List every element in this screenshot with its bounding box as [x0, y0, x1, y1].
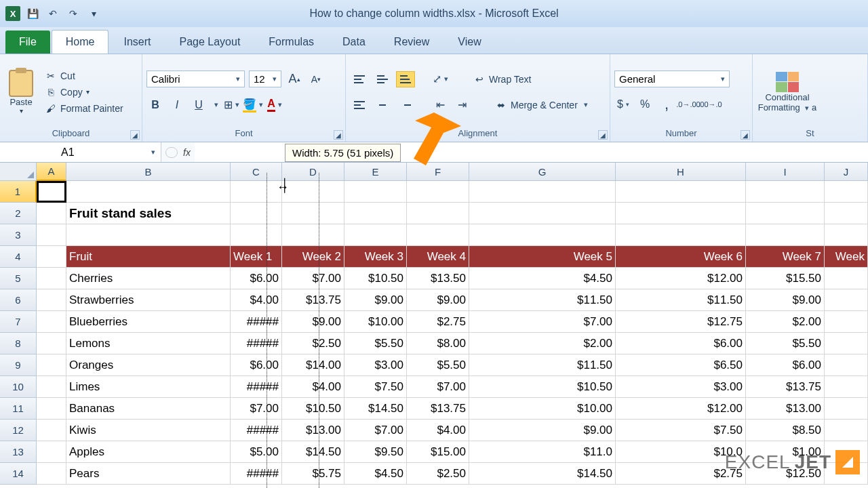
cell-J2[interactable] — [825, 203, 868, 224]
cell-E5[interactable]: $10.50 — [344, 268, 407, 289]
row-header-12[interactable]: 12 — [0, 420, 37, 441]
cell-C10[interactable]: ##### — [231, 376, 282, 398]
cell-F14[interactable]: $2.50 — [407, 463, 469, 485]
column-header-J[interactable]: J — [825, 163, 868, 181]
undo-button[interactable]: ↶ — [45, 5, 61, 22]
cell-G9[interactable]: $11.50 — [469, 354, 616, 376]
row-header-7[interactable]: 7 — [0, 311, 37, 333]
tab-home[interactable]: Home — [52, 30, 109, 54]
format-painter-button[interactable]: 🖌Format Painter — [42, 101, 126, 116]
orientation-button[interactable]: ⤢▾ — [431, 70, 449, 88]
worksheet-grid[interactable]: ABCDEFGHIJ 12Fruit stand sales34FruitWee… — [0, 163, 868, 485]
number-launcher[interactable]: ◢ — [741, 130, 750, 140]
row-header-6[interactable]: 6 — [0, 289, 37, 311]
cell-E6[interactable]: $9.00 — [344, 289, 407, 311]
cell-A3[interactable] — [37, 224, 66, 246]
column-header-I[interactable]: I — [746, 163, 825, 181]
align-center-button[interactable] — [373, 97, 392, 113]
cell-B7[interactable]: Blueberries — [66, 311, 231, 333]
cell-F12[interactable]: $4.00 — [407, 420, 469, 441]
cell-B11[interactable]: Bananas — [66, 398, 231, 420]
select-all-corner[interactable] — [0, 163, 37, 181]
cell-I3[interactable] — [746, 224, 825, 246]
percent-button[interactable]: % — [636, 96, 654, 113]
cell-B1[interactable] — [66, 181, 231, 203]
row-header-13[interactable]: 13 — [0, 441, 37, 463]
cell-H6[interactable]: $11.50 — [616, 289, 746, 311]
merge-center-button[interactable]: ⬌Merge & Center ▾ — [492, 98, 591, 113]
cell-E11[interactable]: $14.50 — [344, 398, 407, 420]
cell-A1[interactable] — [37, 181, 66, 203]
cell-F10[interactable]: $7.00 — [407, 376, 469, 398]
qat-customize[interactable]: ▾ — [85, 5, 102, 22]
cell-J7[interactable] — [825, 311, 868, 333]
align-middle-button[interactable] — [373, 71, 392, 87]
font-name-select[interactable]: Calibri▾ — [146, 70, 245, 87]
cell-G5[interactable]: $4.50 — [469, 268, 616, 289]
cell-J4[interactable]: Week — [825, 246, 868, 268]
cell-I1[interactable] — [746, 181, 825, 203]
cell-A10[interactable] — [37, 376, 66, 398]
cell-J1[interactable] — [825, 181, 868, 203]
font-launcher[interactable]: ◢ — [334, 130, 343, 140]
decrease-indent-button[interactable]: ⇤ — [431, 96, 449, 114]
cell-E14[interactable]: $4.50 — [344, 463, 407, 485]
cell-F8[interactable]: $8.00 — [407, 333, 469, 354]
cell-G8[interactable]: $2.00 — [469, 333, 616, 354]
cell-E1[interactable] — [344, 181, 407, 203]
cell-C7[interactable]: ##### — [231, 311, 282, 333]
name-box[interactable]: A1▾ — [0, 142, 161, 162]
cell-F13[interactable]: $15.00 — [407, 441, 469, 463]
cell-A11[interactable] — [37, 398, 66, 420]
cell-A2[interactable] — [37, 203, 66, 224]
cell-H9[interactable]: $6.50 — [616, 354, 746, 376]
tab-file[interactable]: File — [5, 30, 50, 54]
underline-button[interactable]: U — [190, 96, 208, 114]
cell-G4[interactable]: Week 5 — [469, 246, 616, 268]
cell-C6[interactable]: $4.00 — [231, 289, 282, 311]
cell-F7[interactable]: $2.75 — [407, 311, 469, 333]
number-format-select[interactable]: General▾ — [614, 70, 730, 87]
cell-H12[interactable]: $7.50 — [616, 420, 746, 441]
cell-B12[interactable]: Kiwis — [66, 420, 231, 441]
cell-C12[interactable]: ##### — [231, 420, 282, 441]
column-header-A[interactable]: A — [37, 163, 66, 181]
cell-C5[interactable]: $6.00 — [231, 268, 282, 289]
row-header-10[interactable]: 10 — [0, 376, 37, 398]
cell-A4[interactable] — [37, 246, 66, 268]
cell-D8[interactable]: $2.50 — [282, 333, 344, 354]
alignment-launcher[interactable]: ◢ — [598, 130, 608, 140]
clipboard-launcher[interactable]: ◢ — [130, 130, 140, 140]
row-header-4[interactable]: 4 — [0, 246, 37, 268]
cut-button[interactable]: ✂Cut — [42, 68, 126, 83]
cell-J3[interactable] — [825, 224, 868, 246]
row-header-1[interactable]: 1 — [0, 181, 37, 203]
row-header-14[interactable]: 14 — [0, 463, 37, 485]
cell-D3[interactable] — [282, 224, 344, 246]
cell-E7[interactable]: $10.00 — [344, 311, 407, 333]
cell-H3[interactable] — [616, 224, 746, 246]
fill-color-button[interactable]: 🪣▾ — [244, 96, 262, 114]
cell-D11[interactable]: $10.50 — [282, 398, 344, 420]
font-size-select[interactable]: 12▾ — [249, 70, 281, 87]
cell-B10[interactable]: Limes — [66, 376, 231, 398]
row-header-9[interactable]: 9 — [0, 354, 37, 376]
font-color-button[interactable]: A▾ — [266, 96, 283, 114]
cell-D2[interactable] — [282, 203, 344, 224]
bold-button[interactable]: B — [146, 96, 164, 114]
cell-A7[interactable] — [37, 311, 66, 333]
cell-I10[interactable]: $13.75 — [746, 376, 825, 398]
cell-F11[interactable]: $13.75 — [407, 398, 469, 420]
cell-G10[interactable]: $10.50 — [469, 376, 616, 398]
redo-button[interactable]: ↷ — [65, 5, 81, 22]
tab-formulas[interactable]: Formulas — [255, 30, 328, 54]
cell-J8[interactable] — [825, 333, 868, 354]
cell-J9[interactable] — [825, 354, 868, 376]
cell-D9[interactable]: $14.00 — [282, 354, 344, 376]
paste-button[interactable]: Paste ▾ — [4, 57, 38, 127]
copy-button[interactable]: ⎘Copy ▾ — [42, 85, 126, 100]
tab-insert[interactable]: Insert — [110, 30, 164, 54]
cell-B14[interactable]: Pears — [66, 463, 231, 485]
cell-H2[interactable] — [616, 203, 746, 224]
save-button[interactable]: 💾 — [24, 5, 41, 22]
